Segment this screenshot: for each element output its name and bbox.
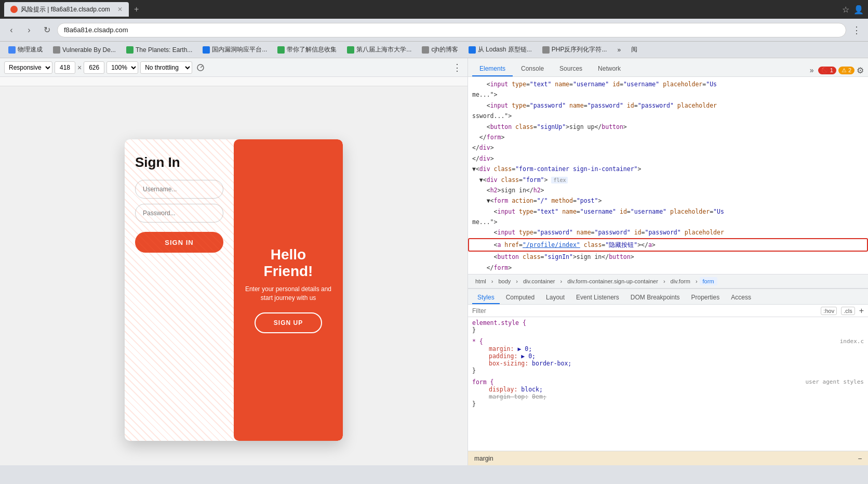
bookmark-label: 国内漏洞响应平台... [212,45,267,54]
tab-favicon [10,6,18,13]
html-source-view[interactable]: <input type="text" name="username" id="u… [468,77,868,274]
prop-val-strikethrough: 0em; [532,393,546,400]
back-button[interactable]: ‹ [4,23,19,37]
demo-app: Sign In SIGN IN Hello Friend! Enter your… [125,139,343,441]
styles-tabs-bar: Styles Computed Layout Event Listeners D… [468,289,868,305]
html-line: <h2>sign in</h2> [468,185,868,195]
sign-in-button[interactable]: SIGN IN [135,232,223,253]
tab-sources[interactable]: Sources [552,62,590,76]
element-style-rule: element.style { } [472,319,864,334]
breadcrumb-html[interactable]: html [472,277,489,285]
html-line: <input type="password" name="password" i… [468,227,868,238]
bookmark-more[interactable]: » [613,45,625,55]
bookmark-icon [542,46,550,54]
more-panels-button[interactable]: » [808,64,816,76]
tab-properties[interactable]: Properties [686,292,725,304]
bookmark-icon [126,46,133,54]
prop-name: padding: [480,352,517,360]
form-style-rule: form { user agent styles display: block;… [472,378,864,408]
filter-cls-button[interactable]: .cls [841,307,855,315]
tab-access[interactable]: Access [726,292,756,304]
tab-bar: 风险提示 | f8a6a81e.clsadp.com ✕ + ☆ 👤 [0,0,868,19]
bookmark-star-icon[interactable]: ☆ [842,5,849,15]
filter-add-button[interactable]: + [859,306,864,316]
breadcrumb-signup-container[interactable]: div.form-container.sign-up-container [564,277,661,285]
bookmark-lodash[interactable]: 从 Lodash 原型链... [464,44,536,55]
breadcrumb-form[interactable]: form [700,277,717,285]
breadcrumb-form-div[interactable]: div.form [667,277,693,285]
dimension-separator: × [77,63,82,72]
tab-elements[interactable]: Elements [472,62,513,76]
bookmark-php[interactable]: PHP反序列化字符... [538,44,611,55]
throttle-select[interactable]: No throttling [140,61,192,74]
zoom-select[interactable]: 100% [106,61,138,74]
sign-up-button[interactable]: SIGN UP [255,312,322,333]
bookmark-yue[interactable]: 阅 [627,44,642,55]
username-input[interactable] [135,180,223,199]
breadcrumb-sep: › [516,278,518,284]
reload-button[interactable]: ↻ [39,23,54,37]
tab-layout[interactable]: Layout [541,292,570,304]
breadcrumb-container[interactable]: div.container [520,277,558,285]
bookmark-icon [469,46,476,54]
style-selector: element.style { [472,319,526,326]
device-select[interactable]: Responsive [4,61,52,74]
new-tab-button[interactable]: + [130,5,143,14]
filter-hov-button[interactable]: :hov [821,307,837,315]
selected-html-line: <a href="/profile/index" class="隐藏按钮"></… [468,238,868,252]
warn-badge: ⚠ 2 [838,67,854,74]
styles-pane: Styles Computed Layout Event Listeners D… [468,289,868,465]
breadcrumb-sep: › [560,278,563,284]
bookmark-cjh[interactable]: cjh的博客 [418,44,462,55]
tab-console[interactable]: Console [514,62,551,76]
bookmark-icon [203,46,210,54]
bookmark-vulnerable[interactable]: Vulnerable By De... [49,45,120,55]
forward-button[interactable]: › [22,23,36,37]
height-input[interactable] [84,61,104,74]
bookmark-more-icon: » [617,46,621,54]
html-line: ▼<div class="form-container sign-in-cont… [468,164,868,174]
bookmark-guonei[interactable]: 国内漏洞响应平台... [198,44,271,55]
tab-network[interactable]: Network [591,62,628,76]
tab-styles[interactable]: Styles [472,292,500,304]
html-line: <input type="password" name="password" i… [468,100,868,111]
bookmark-label: 带你了解信息收集 [287,45,337,54]
user-avatar-icon[interactable]: 👤 [853,5,864,15]
active-tab[interactable]: 风险提示 | f8a6a81e.clsadp.com ✕ [4,2,129,17]
box-model-bar: margin – [468,451,868,465]
width-input[interactable] [55,61,75,74]
bookmark-wuli[interactable]: 物理速成 [4,44,47,55]
devtools-settings-icon[interactable]: ⚙ [857,66,864,75]
html-line: me..."> [468,89,868,100]
tab-close-icon[interactable]: ✕ [117,6,123,13]
html-line: ▼<div class="form"> flex [468,175,868,185]
toolbar-more-button[interactable]: ⋮ [451,61,463,74]
no-throttle-icon[interactable] [194,61,207,74]
viewport-page: Sign In SIGN IN Hello Friend! Enter your… [0,86,468,465]
styles-filter-input[interactable] [472,306,817,316]
bookmark-planets[interactable]: The Planets: Earth... [122,45,196,55]
bookmarks-bar: 物理速成 Vulnerable By De... The Planets: Ea… [0,42,868,58]
tab-event-listeners[interactable]: Event Listeners [571,292,624,304]
bookmark-icon [422,46,429,54]
devtools-panel: Elements Console Sources Network » 🚫 1 ⚠… [468,58,868,465]
breadcrumb-sep: › [491,278,493,284]
tab-dom-breakpoints[interactable]: DOM Breakpoints [625,292,685,304]
bookmark-diba[interactable]: 第八届上海市大学... [343,44,416,55]
html-line: ▼<form action="/" method="post"> [468,195,868,206]
prop-name: box-sizing: [480,360,528,367]
bookmark-xinxi[interactable]: 带你了解信息收集 [273,44,341,55]
bookmark-icon [53,46,60,54]
tab-computed[interactable]: Computed [501,292,540,304]
main-content: Responsive × 100% No throttling ⋮ [0,58,868,465]
html-line: ssword..."> [468,111,868,121]
style-close-brace: } [472,400,476,408]
address-input[interactable] [57,23,846,37]
devtools-device-toolbar: Responsive × 100% No throttling ⋮ [0,58,468,77]
bookmark-label: PHP反序列化字符... [552,45,607,54]
devtools-tabs-bar: Elements Console Sources Network » 🚫 1 ⚠… [468,58,868,77]
breadcrumb-body[interactable]: body [495,277,514,285]
browser-menu-button[interactable]: ⋮ [849,23,864,37]
password-input[interactable] [135,204,223,223]
style-property-margintop: margin-top: 0em; [472,393,864,400]
